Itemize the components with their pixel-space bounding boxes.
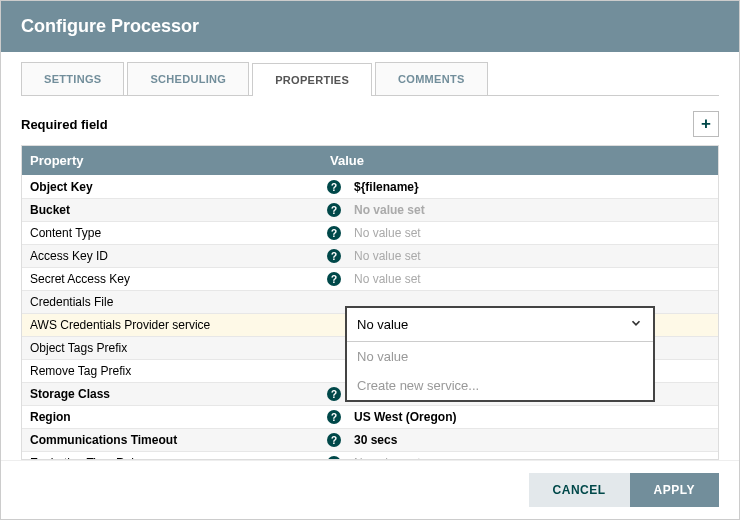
table-row[interactable]: Bucket?No value set (22, 199, 718, 222)
dropdown-option[interactable]: Create new service... (347, 371, 653, 400)
help-icon[interactable]: ? (327, 387, 341, 401)
property-name: Storage Class (22, 383, 322, 405)
help-icon[interactable]: ? (327, 272, 341, 286)
help-icon[interactable]: ? (327, 433, 341, 447)
property-name-label: Region (30, 410, 314, 424)
dialog-footer: CANCEL APPLY (1, 460, 739, 519)
property-value[interactable]: No value set (346, 199, 658, 221)
property-name-label: Storage Class (30, 387, 314, 401)
help-icon[interactable]: ? (327, 456, 341, 459)
table-row[interactable]: Region?US West (Oregon) (22, 406, 718, 429)
dialog-header: Configure Processor (1, 1, 739, 52)
property-value[interactable]: ${filename} (346, 176, 658, 198)
table-row[interactable]: Communications Timeout?30 secs (22, 429, 718, 452)
required-field-label: Required field (21, 117, 108, 132)
property-value[interactable]: US West (Oregon) (346, 406, 658, 428)
help-cell: ? (322, 180, 346, 194)
add-property-button[interactable]: + (693, 111, 719, 137)
property-name-label: Credentials File (30, 295, 314, 309)
property-name-label: Bucket (30, 203, 314, 217)
column-actions (658, 146, 718, 175)
help-icon[interactable]: ? (327, 180, 341, 194)
property-name-label: Object Key (30, 180, 314, 194)
help-cell: ? (322, 272, 346, 286)
help-icon[interactable]: ? (327, 203, 341, 217)
help-cell: ? (322, 249, 346, 263)
property-name: Region (22, 406, 322, 428)
help-cell: ? (322, 203, 346, 217)
property-name: Expiration Time Rule (22, 452, 322, 459)
property-value[interactable]: No value set (346, 245, 658, 267)
property-name-label: Expiration Time Rule (30, 456, 314, 459)
property-name: Object Key (22, 176, 322, 198)
required-row: Required field + (21, 111, 719, 137)
table-row[interactable]: Expiration Time Rule?No value set (22, 452, 718, 459)
property-name: Bucket (22, 199, 322, 221)
cancel-button[interactable]: CANCEL (529, 473, 630, 507)
column-value: Value (322, 146, 658, 175)
property-name-label: Communications Timeout (30, 433, 314, 447)
property-value[interactable]: No value set (346, 268, 658, 290)
apply-button[interactable]: APPLY (630, 473, 719, 507)
property-name: Content Type (22, 222, 322, 244)
help-cell: ? (322, 433, 346, 447)
dropdown-option[interactable]: No value (347, 342, 653, 371)
property-value[interactable] (346, 298, 658, 306)
property-name-label: Access Key ID (30, 249, 314, 263)
property-name-label: Remove Tag Prefix (30, 364, 314, 378)
property-value[interactable]: No value set (346, 452, 658, 459)
property-name: Object Tags Prefix (22, 337, 322, 359)
table-row[interactable]: Content Type?No value set (22, 222, 718, 245)
property-name: Secret Access Key (22, 268, 322, 290)
column-property: Property (22, 146, 322, 175)
property-name-label: Object Tags Prefix (30, 341, 314, 355)
tab-scheduling[interactable]: SCHEDULING (127, 62, 249, 95)
property-value[interactable]: 30 secs (346, 429, 658, 451)
table-row[interactable]: Object Key?${filename} (22, 176, 718, 199)
help-icon[interactable]: ? (327, 249, 341, 263)
help-cell: ? (322, 456, 346, 459)
property-name-label: Secret Access Key (30, 272, 314, 286)
table-row[interactable]: Secret Access Key?No value set (22, 268, 718, 291)
property-name: Remove Tag Prefix (22, 360, 322, 382)
dropdown-selected[interactable]: No value (347, 308, 653, 342)
help-cell: ? (322, 410, 346, 424)
credentials-provider-dropdown[interactable]: No value No value Create new service... (345, 306, 655, 402)
chevron-down-icon (629, 316, 643, 333)
property-name: Credentials File (22, 291, 322, 313)
tab-properties[interactable]: PROPERTIES (252, 63, 372, 96)
property-name: AWS Credentials Provider service (22, 314, 322, 336)
help-cell: ? (322, 387, 346, 401)
help-icon[interactable]: ? (327, 226, 341, 240)
property-name-label: AWS Credentials Provider service (30, 318, 314, 332)
plus-icon: + (701, 114, 711, 134)
tab-bar: SETTINGSSCHEDULINGPROPERTIESCOMMENTS (21, 62, 719, 96)
tab-settings[interactable]: SETTINGS (21, 62, 124, 95)
dialog-title: Configure Processor (21, 16, 719, 37)
property-name: Communications Timeout (22, 429, 322, 451)
property-name: Access Key ID (22, 245, 322, 267)
help-icon[interactable]: ? (327, 410, 341, 424)
tab-comments[interactable]: COMMENTS (375, 62, 488, 95)
table-row[interactable]: Access Key ID?No value set (22, 245, 718, 268)
property-name-label: Content Type (30, 226, 314, 240)
help-cell: ? (322, 226, 346, 240)
dialog-body: SETTINGSSCHEDULINGPROPERTIESCOMMENTS Req… (1, 52, 739, 460)
property-value[interactable]: No value set (346, 222, 658, 244)
properties-table: Property Value Object Key?${filename}Buc… (21, 145, 719, 460)
configure-processor-dialog: Configure Processor SETTINGSSCHEDULINGPR… (0, 0, 740, 520)
dropdown-selected-label: No value (357, 317, 408, 332)
table-header: Property Value (22, 146, 718, 175)
